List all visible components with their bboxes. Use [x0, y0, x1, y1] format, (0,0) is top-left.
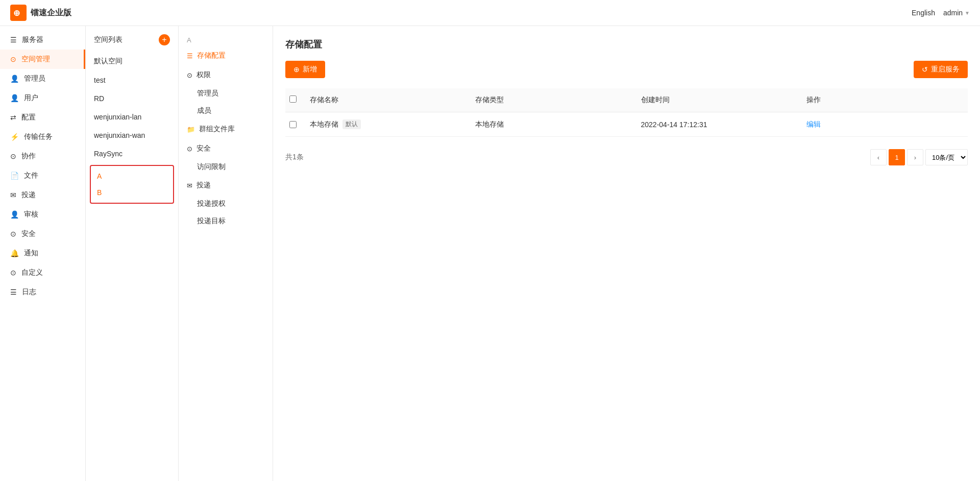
- table-row: 本地存储 默认 本地存储 2022-04-14 17:12:31 编辑: [285, 112, 968, 137]
- row-checkbox-cell: [285, 119, 306, 130]
- created-time: 2022-04-14 17:12:31: [641, 121, 707, 129]
- notify-icon: 🔔: [10, 249, 19, 257]
- deliver-sub-icon: ✉: [187, 182, 192, 189]
- permission-icon: ⊙: [187, 71, 192, 79]
- sidebar-label: 文件: [24, 171, 38, 180]
- collab-icon: ⊙: [10, 152, 16, 160]
- submenu-item-storage[interactable]: ☰ 存储配置: [179, 46, 273, 65]
- sidebar-item-transfer[interactable]: ⚡ 传输任务: [0, 127, 85, 147]
- prev-page-button[interactable]: ‹: [870, 149, 887, 165]
- col-checkbox: [285, 93, 306, 107]
- logo-text: 镭速企业版: [31, 8, 71, 18]
- space-list-panel: 空间列表 + 默认空间 test RD wenjunxian-lan wenju…: [86, 26, 179, 481]
- sidebar-label: 空间管理: [21, 55, 50, 64]
- submenu-sub-deliver-auth[interactable]: 投递授权: [179, 195, 273, 212]
- sidebar-label: 安全: [21, 229, 36, 238]
- sidebar-item-space[interactable]: ⊙ 空间管理: [0, 50, 85, 69]
- space-highlighted-group: A B: [90, 165, 174, 204]
- deliver-icon: ✉: [10, 191, 16, 199]
- space-item-wenjunxian-lan[interactable]: wenjunxian-lan: [86, 108, 178, 126]
- space-item-test[interactable]: test: [86, 71, 178, 89]
- user-icon: 👤: [10, 94, 19, 102]
- storage-type: 本地存储: [475, 120, 504, 129]
- sidebar-label: 投递: [21, 190, 36, 200]
- submenu-panel: A ☰ 存储配置 ⊙ 权限 管理员 成员 📁 群组文件库 ⊙ 安全 访问限制 ✉…: [179, 26, 273, 481]
- submenu-sub-admin[interactable]: 管理员: [179, 85, 273, 102]
- submenu-item-permission[interactable]: ⊙ 权限: [179, 65, 273, 85]
- sidebar-item-log[interactable]: ☰ 日志: [0, 282, 85, 302]
- config-icon: ⇄: [10, 113, 16, 122]
- submenu-sub-access[interactable]: 访问限制: [179, 158, 273, 176]
- sidebar-item-deliver[interactable]: ✉ 投递: [0, 185, 85, 205]
- sidebar-label: 审核: [24, 210, 38, 219]
- plus-icon: ⊕: [293, 65, 300, 74]
- space-item-rd[interactable]: RD: [86, 89, 178, 108]
- sidebar-item-user[interactable]: 👤 用户: [0, 88, 85, 108]
- logo-icon: ⊕: [10, 5, 27, 21]
- storage-table: 存储名称 存储类型 创建时间 操作 本地存储 默认 本地存储 2022-04-1…: [285, 88, 968, 137]
- space-item-raysync[interactable]: RaySync: [86, 145, 178, 163]
- space-list-title: 空间列表: [94, 35, 122, 44]
- chevron-down-icon: ▼: [965, 10, 970, 16]
- submenu-sub-member[interactable]: 成员: [179, 102, 273, 119]
- file-icon: 📄: [10, 172, 19, 180]
- row-action-cell: 编辑: [802, 118, 968, 131]
- submenu-item-security[interactable]: ⊙ 安全: [179, 139, 273, 158]
- header: ⊕ 镭速企业版 English admin ▼: [0, 0, 980, 26]
- toolbar: ⊕ 新增 ↺ 重启服务: [285, 61, 968, 78]
- col-created: 创建时间: [637, 93, 802, 107]
- language-selector[interactable]: English: [912, 9, 935, 17]
- sidebar-item-collab[interactable]: ⊙ 协作: [0, 147, 85, 166]
- review-icon: 👤: [10, 210, 19, 219]
- col-type: 存储类型: [471, 93, 636, 107]
- admin-icon: 👤: [10, 75, 19, 83]
- edit-link[interactable]: 编辑: [806, 120, 821, 129]
- add-button[interactable]: ⊕ 新增: [285, 61, 325, 78]
- main-content: 存储配置 ⊕ 新增 ↺ 重启服务 存储名称 存储类型 创建时间 操作: [273, 26, 980, 481]
- sidebar-label: 日志: [22, 287, 36, 297]
- add-space-button[interactable]: +: [159, 34, 170, 45]
- sidebar-label: 配置: [21, 113, 36, 122]
- space-icon: ⊙: [10, 55, 16, 63]
- storage-icon: ☰: [187, 52, 193, 60]
- submenu-sub-deliver-target[interactable]: 投递目标: [179, 212, 273, 230]
- user-menu[interactable]: admin ▼: [943, 9, 970, 17]
- sidebar-item-review[interactable]: 👤 审核: [0, 205, 85, 224]
- group-file-icon: 📁: [187, 126, 195, 133]
- sidebar-label: 管理员: [24, 74, 45, 83]
- space-item-a[interactable]: A: [91, 168, 173, 184]
- submenu-item-deliver[interactable]: ✉ 投递: [179, 176, 273, 195]
- header-right: English admin ▼: [912, 9, 970, 17]
- submenu-item-group-file[interactable]: 📁 群组文件库: [179, 119, 273, 139]
- pagination-controls: ‹ 1 › 10条/页 20条/页 50条/页: [870, 149, 968, 165]
- row-name-cell: 本地存储 默认: [306, 117, 471, 131]
- row-checkbox[interactable]: [289, 121, 297, 128]
- sidebar-item-notify[interactable]: 🔔 通知: [0, 244, 85, 263]
- sidebar-label: 用户: [24, 93, 38, 103]
- space-item-wenjunxian-wan[interactable]: wenjunxian-wan: [86, 126, 178, 145]
- pagination: 共1条 ‹ 1 › 10条/页 20条/页 50条/页: [285, 149, 968, 165]
- log-icon: ☰: [10, 288, 17, 296]
- logo: ⊕ 镭速企业版: [10, 5, 71, 21]
- server-icon: ☰: [10, 36, 17, 44]
- submenu-section-title: A: [179, 32, 273, 46]
- sidebar-item-config[interactable]: ⇄ 配置: [0, 108, 85, 127]
- space-item-b[interactable]: B: [91, 184, 173, 201]
- row-type-cell: 本地存储: [471, 118, 636, 131]
- col-name: 存储名称: [306, 93, 471, 107]
- sidebar-item-custom[interactable]: ⊙ 自定义: [0, 263, 85, 282]
- select-all-checkbox[interactable]: [289, 95, 297, 103]
- svg-text:⊕: ⊕: [13, 9, 20, 17]
- sidebar-item-file[interactable]: 📄 文件: [0, 166, 85, 185]
- sidebar-item-admin[interactable]: 👤 管理员: [0, 69, 85, 88]
- page-1-button[interactable]: 1: [889, 149, 905, 165]
- space-item-default[interactable]: 默认空间: [86, 52, 178, 71]
- sidebar-item-server[interactable]: ☰ 服务器: [0, 30, 85, 50]
- security-icon: ⊙: [10, 230, 16, 238]
- sidebar-item-security[interactable]: ⊙ 安全: [0, 224, 85, 244]
- sidebar: ☰ 服务器 ⊙ 空间管理 👤 管理员 👤 用户 ⇄ 配置 ⚡ 传输任务 ⊙ 协作…: [0, 26, 86, 481]
- restart-button[interactable]: ↺ 重启服务: [914, 61, 968, 78]
- custom-icon: ⊙: [10, 269, 16, 277]
- next-page-button[interactable]: ›: [907, 149, 923, 165]
- page-size-select[interactable]: 10条/页 20条/页 50条/页: [925, 149, 968, 165]
